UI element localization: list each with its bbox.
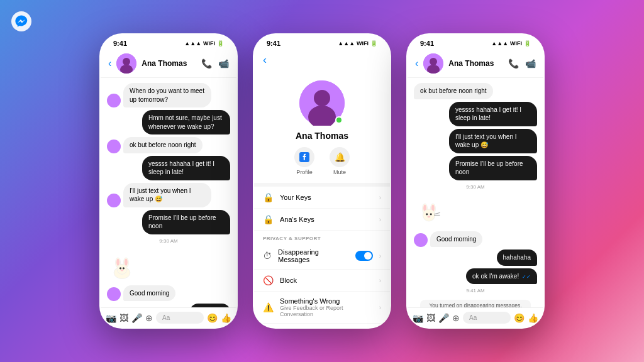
bubble-6: Promise I'll be up before noon xyxy=(142,210,230,234)
image-icon-left[interactable]: 🖼 xyxy=(119,313,128,323)
r-bubble-3: I'll just text you when I wake up 😅 xyxy=(449,129,537,153)
svg-point-2 xyxy=(123,58,130,65)
thumb-icon-right[interactable]: 👍 xyxy=(528,313,538,323)
chevron-2: › xyxy=(379,216,381,223)
back-button-right[interactable]: ‹ xyxy=(415,58,418,69)
msg-received-2: ok but before noon right xyxy=(107,137,230,153)
phone-left: 9:41 ▲▲▲ WiFi 🔋 ‹ Ana Thomas xyxy=(99,33,238,329)
mute-label: Mute xyxy=(333,169,346,175)
profile-fb-icon xyxy=(294,147,314,167)
emoji-icon-right[interactable]: 😊 xyxy=(514,313,525,323)
back-nav-middle: ‹ xyxy=(254,50,390,70)
activity-icon-left[interactable]: ⊕ xyxy=(145,313,153,323)
emoji-icon-left[interactable]: 😊 xyxy=(207,313,218,323)
status-bar-left: 9:41 ▲▲▲ WiFi 🔋 xyxy=(101,35,236,50)
profile-action-mute[interactable]: 🔔 Mute xyxy=(330,147,350,175)
camera-icon-left[interactable]: 📷 xyxy=(106,313,116,323)
mic-icon-right[interactable]: 🎤 xyxy=(438,313,449,323)
lock-icon-2: 🔒 xyxy=(263,214,274,224)
avatar-img-left xyxy=(116,53,136,74)
msg-sent-1: Hmm not sure, maybe just whenever we wak… xyxy=(107,110,230,134)
header-icons-left: 📞 📹 xyxy=(201,58,229,69)
your-keys-item[interactable]: 🔒 Your Keys › xyxy=(254,187,390,209)
block-icon: 🚫 xyxy=(263,275,274,285)
msg-received-1: When do you want to meet up tomorrow? xyxy=(107,83,230,107)
r-bubble-2: yessss hahaha I get it! I sleep in late! xyxy=(449,102,537,126)
timestamp-1: 9:30 AM xyxy=(107,238,230,244)
signal-icon-m: ▲▲▲ xyxy=(338,40,355,47)
msg-received-3: I'll just text you when I wake up 😅 xyxy=(107,183,230,207)
disappearing-messages-label: Disappearing Messages xyxy=(278,248,349,263)
msg-r-received-1: ok but before noon right xyxy=(414,83,537,99)
somethings-wrong-sub: Give Feedback or Report Conversation xyxy=(280,305,373,317)
profile-section: Ana Thomas Profile 🔔 Mute xyxy=(254,70,390,187)
msg-sent-3: Promise I'll be up before noon xyxy=(107,210,230,234)
mic-icon-left[interactable]: 🎤 xyxy=(131,313,142,323)
r-bubble-6: hahahaha xyxy=(497,250,538,266)
block-label: Block xyxy=(280,277,373,284)
warning-icon: ⚠️ xyxy=(263,302,274,312)
msg-r-sent-1: yessss hahaha I get it! I sleep in late! xyxy=(414,102,537,126)
check-icon-r: ✓✓ xyxy=(522,274,531,280)
header-icons-right: 📞 📹 xyxy=(508,58,536,69)
bubble-5: I'll just text you when I wake up 😅 xyxy=(123,183,211,207)
back-button-middle[interactable]: ‹ xyxy=(263,53,267,66)
contact-name-right: Ana Thomas xyxy=(448,59,503,68)
image-icon-right[interactable]: 🖼 xyxy=(426,313,435,323)
wifi-icon-m: WiFi xyxy=(357,40,369,47)
svg-point-27 xyxy=(428,216,431,217)
status-icons-right: ▲▲▲ WiFi 🔋 xyxy=(491,40,531,47)
timestamp-r-1: 9:30 AM xyxy=(414,184,537,190)
r-bubble-5: Good morning xyxy=(430,231,482,248)
svg-point-14 xyxy=(314,90,330,106)
svg-point-12 xyxy=(121,269,124,271)
svg-point-25 xyxy=(426,213,428,215)
sticker-area-right xyxy=(414,194,537,229)
msg-r-sent-5: ok ok I'm awake! ✓✓ xyxy=(414,268,537,285)
wifi-icon: WiFi xyxy=(203,40,215,47)
phone-icon-right[interactable]: 📞 xyxy=(508,58,519,69)
battery-icon: 🔋 xyxy=(217,40,224,47)
phone-icon-left[interactable]: 📞 xyxy=(201,58,212,69)
block-item[interactable]: 🚫 Block › xyxy=(254,270,390,292)
msg-r-sent-3: Promise I'll be up before noon xyxy=(414,156,537,180)
delete-chat-item[interactable]: 🗑️ Delete Chat xyxy=(254,324,390,329)
status-bar-right: 9:41 ▲▲▲ WiFi 🔋 xyxy=(408,35,543,50)
disappearing-toggle[interactable] xyxy=(355,251,373,261)
somethings-wrong-item[interactable]: ⚠️ Something's Wrong Give Feedback or Re… xyxy=(254,292,390,324)
privacy-section-label: PRIVACY & SUPPORT xyxy=(254,231,390,243)
svg-point-7 xyxy=(116,258,119,265)
anas-keys-item[interactable]: 🔒 Ana's Keys › xyxy=(254,209,390,231)
activity-icon-right[interactable]: ⊕ xyxy=(452,313,460,323)
status-icons-left: ▲▲▲ WiFi 🔋 xyxy=(184,40,224,47)
wifi-icon-r: WiFi xyxy=(510,40,522,47)
disappearing-messages-item[interactable]: ⏱ Disappearing Messages › xyxy=(254,243,390,270)
chevron-1: › xyxy=(379,194,381,201)
timestamp-r-2: 9:41 AM xyxy=(414,288,537,293)
profile-action-profile[interactable]: Profile xyxy=(294,147,314,175)
battery-icon-r: 🔋 xyxy=(524,40,531,47)
bubble-1: When do you want to meet up tomorrow? xyxy=(123,83,211,107)
sticker-area-left xyxy=(107,248,230,283)
video-icon-right[interactable]: 📹 xyxy=(525,58,536,69)
msg-r-received-2: Good morning xyxy=(414,231,537,248)
message-input-right[interactable]: Aa xyxy=(463,312,511,324)
back-button-left[interactable]: ‹ xyxy=(108,58,111,69)
bubble-2: Hmm not sure, maybe just whenever we wak… xyxy=(142,110,230,134)
time-left: 9:41 xyxy=(113,40,127,47)
msg-avatar-3 xyxy=(107,194,121,207)
video-icon-left[interactable]: 📹 xyxy=(218,58,229,69)
chevron-5: › xyxy=(379,304,381,311)
chat-body-left: When do you want to meet up tomorrow? Hm… xyxy=(101,78,236,307)
profile-actions: Profile 🔔 Mute xyxy=(294,147,350,175)
chevron-4: › xyxy=(379,277,381,284)
phone-right: 9:41 ▲▲▲ WiFi 🔋 ‹ Ana Thomas 📞 📹 xyxy=(406,33,545,329)
profile-name: Ana Thomas xyxy=(296,131,348,141)
thumb-icon-left[interactable]: 👍 xyxy=(221,313,231,323)
message-input-left[interactable]: Aa xyxy=(156,312,204,324)
camera-icon-right[interactable]: 📷 xyxy=(413,313,423,323)
svg-point-26 xyxy=(430,213,432,215)
phones-container: 9:41 ▲▲▲ WiFi 🔋 ‹ Ana Thomas xyxy=(99,33,545,329)
avatar-right xyxy=(423,53,443,74)
status-bar-middle: 9:41 ▲▲▲ WiFi 🔋 xyxy=(254,35,390,50)
